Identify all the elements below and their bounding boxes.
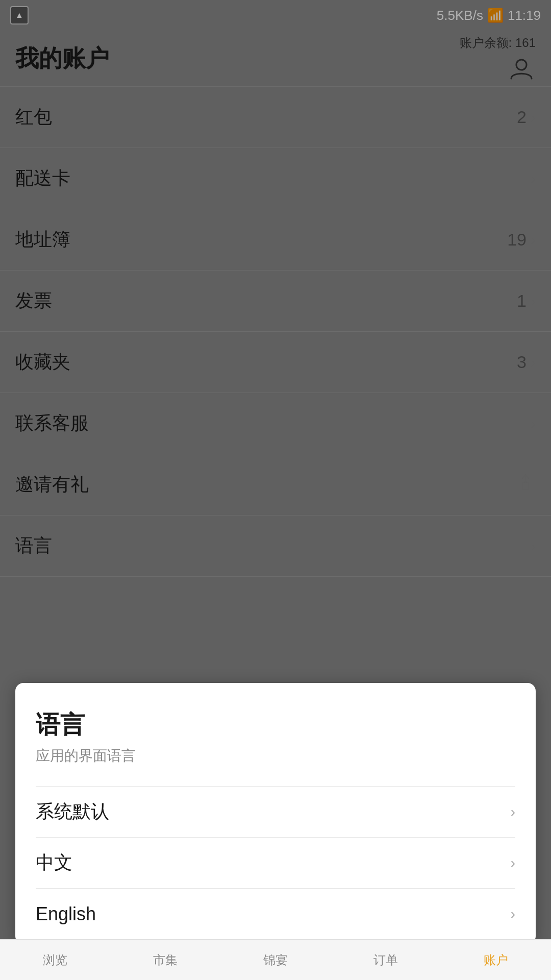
language-option-system[interactable]: 系统默认 ›: [36, 786, 515, 837]
language-option-label-system: 系统默认: [36, 799, 109, 824]
chevron-right-icon: ›: [511, 906, 515, 922]
nav-label-account: 账户: [484, 952, 508, 968]
nav-label-market: 市集: [153, 952, 178, 968]
nav-item-jinyan[interactable]: 锦宴: [220, 940, 331, 980]
chevron-right-icon: ›: [511, 855, 515, 871]
modal-title: 语言: [36, 708, 515, 741]
language-option-chinese[interactable]: 中文 ›: [36, 837, 515, 888]
nav-item-orders[interactable]: 订单: [331, 940, 441, 980]
language-option-label-english: English: [36, 903, 96, 925]
nav-label-orders: 订单: [373, 952, 398, 968]
bottom-nav: 浏览 市集 锦宴 订单 账户: [0, 939, 551, 980]
language-option-english[interactable]: English ›: [36, 888, 515, 939]
modal-subtitle: 应用的界面语言: [36, 746, 515, 766]
chevron-right-icon: ›: [511, 804, 515, 820]
nav-item-account[interactable]: 账户: [441, 940, 551, 980]
language-modal: 语言 应用的界面语言 系统默认 › 中文 › English ›: [15, 683, 536, 944]
nav-item-browse[interactable]: 浏览: [0, 940, 110, 980]
language-option-label-chinese: 中文: [36, 850, 72, 875]
nav-label-jinyan: 锦宴: [263, 952, 288, 968]
nav-label-browse: 浏览: [43, 952, 67, 968]
nav-item-market[interactable]: 市集: [110, 940, 220, 980]
